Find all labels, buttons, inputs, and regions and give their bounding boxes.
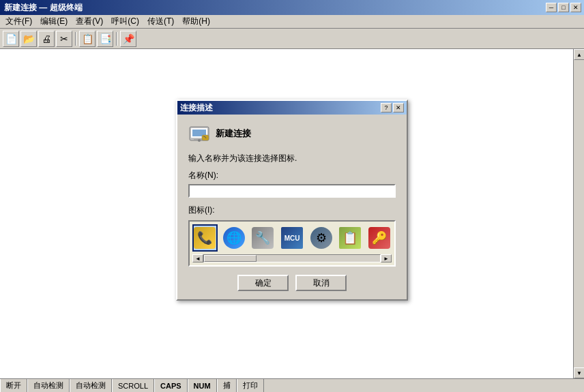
minimize-button[interactable]: ─ [546, 3, 557, 12]
menu-file[interactable]: 文件(F) [1, 14, 36, 29]
icon-label: 图标(I): [188, 205, 396, 216]
connection-description-dialog[interactable]: 连接描述 ? ✕ [176, 100, 408, 301]
scroll-track[interactable] [574, 60, 584, 367]
toolbar-connect[interactable]: 📌 [120, 31, 136, 47]
menu-bar: 文件(F) 编辑(E) 查看(V) 呼叫(C) 传送(T) 帮助(H) [0, 15, 584, 29]
name-input[interactable] [188, 184, 396, 198]
toolbar-new[interactable]: 📄 [3, 31, 19, 47]
icon-list: 📞 🌐 🔧 MCU ⚙ [192, 224, 392, 252]
icon-scroll-left[interactable]: ◄ [192, 254, 203, 262]
status-auto-detect-2: 自动检测 [70, 379, 112, 392]
status-capture: 捕 [217, 379, 237, 392]
dialog-description: 输入名称并为该连接选择图标. [188, 153, 396, 164]
ok-button[interactable]: 确定 [237, 275, 289, 291]
status-disconnect: 断开 [0, 379, 27, 392]
name-label: 名称(N): [188, 170, 396, 181]
status-scroll: SCROLL [112, 379, 154, 392]
dialog-help-button[interactable]: ? [381, 103, 392, 112]
menu-view[interactable]: 查看(V) [72, 14, 107, 29]
svg-point-3 [198, 139, 201, 142]
toolbar-copy[interactable]: 📋 [79, 31, 96, 47]
wrench-icon: 🔧 [252, 227, 274, 249]
dialog-header-icon [188, 123, 210, 145]
doc-icon: 📋 [339, 227, 361, 249]
main-scrollbar[interactable]: ▲ ▼ [573, 49, 584, 378]
icon-item-globe[interactable]: 🌐 [222, 224, 247, 252]
dialog-title-bar: 连接描述 ? ✕ [177, 101, 407, 115]
status-caps: CAPS [154, 379, 188, 392]
menu-transfer[interactable]: 传送(T) [143, 14, 178, 29]
dialog-title-buttons: ? ✕ [381, 103, 404, 112]
toolbar: 📄 📂 🖨 ✂ 📋 📑 📌 [0, 29, 584, 49]
icon-item-key[interactable]: 🔑 [366, 224, 392, 252]
toolbar-open[interactable]: 📂 [20, 31, 37, 47]
title-bar-text: 新建连接 — 超级终端 [3, 2, 83, 14]
icon-item-phone[interactable]: 📞 [192, 224, 218, 252]
icon-item-wrench[interactable]: 🔧 [250, 224, 276, 252]
icon-scroll-right[interactable]: ► [381, 254, 392, 262]
menu-call[interactable]: 呼叫(C) [107, 14, 143, 29]
icon-item-doc[interactable]: 📋 [338, 224, 363, 252]
toolbar-paste[interactable]: 📑 [97, 31, 113, 47]
icon-item-mcu[interactable]: MCU [280, 224, 305, 252]
phone-icon: 📞 [194, 227, 216, 249]
status-bar: 断开 自动检测 自动检测 SCROLL CAPS NUM 捕 打印 [0, 378, 584, 392]
dialog-overlay: 连接描述 ? ✕ [0, 49, 584, 378]
window-frame: 新建连接 — 超级终端 ─ □ ✕ 文件(F) 编辑(E) 查看(V) 呼叫(C… [0, 0, 584, 392]
title-bar-buttons: ─ □ ✕ [546, 3, 581, 12]
dialog-header-title: 新建连接 [216, 127, 251, 140]
globe-icon: 🌐 [223, 227, 245, 249]
icon-list-container: 📞 🌐 🔧 MCU ⚙ [188, 220, 396, 267]
toolbar-separator-2 [116, 32, 117, 46]
icon-scrollbar-track[interactable] [203, 254, 381, 262]
status-print: 打印 [237, 379, 264, 392]
toolbar-separator-1 [75, 32, 76, 46]
gear-icon: ⚙ [310, 227, 332, 249]
toolbar-properties[interactable]: ✂ [56, 31, 72, 47]
mcu-icon: MCU [281, 227, 303, 249]
dialog-title-text: 连接描述 [180, 102, 213, 114]
dialog-buttons: 确定 取消 [188, 275, 396, 291]
dialog-close-button[interactable]: ✕ [393, 103, 404, 112]
status-auto-detect-1: 自动检测 [27, 379, 70, 392]
dialog-content: 新建连接 输入名称并为该连接选择图标. 名称(N): 图标(I): [177, 115, 407, 299]
key-icon: 🔑 [368, 227, 390, 249]
main-area: ▲ ▼ 连接描述 ? ✕ [0, 49, 584, 378]
dialog-header: 新建连接 [188, 123, 396, 145]
window-close-button[interactable]: ✕ [570, 3, 581, 12]
icon-scrollbar-thumb [204, 255, 257, 262]
cancel-button[interactable]: 取消 [295, 275, 347, 291]
icon-item-gear[interactable]: ⚙ [308, 224, 334, 252]
status-num: NUM [188, 379, 217, 392]
scroll-down-button[interactable]: ▼ [574, 367, 584, 378]
scroll-up-button[interactable]: ▲ [574, 49, 584, 60]
menu-edit[interactable]: 编辑(E) [36, 14, 72, 29]
title-bar: 新建连接 — 超级终端 ─ □ ✕ [0, 0, 584, 15]
toolbar-print[interactable]: 🖨 [38, 31, 55, 47]
menu-help[interactable]: 帮助(H) [178, 14, 214, 29]
maximize-button[interactable]: □ [558, 3, 569, 12]
